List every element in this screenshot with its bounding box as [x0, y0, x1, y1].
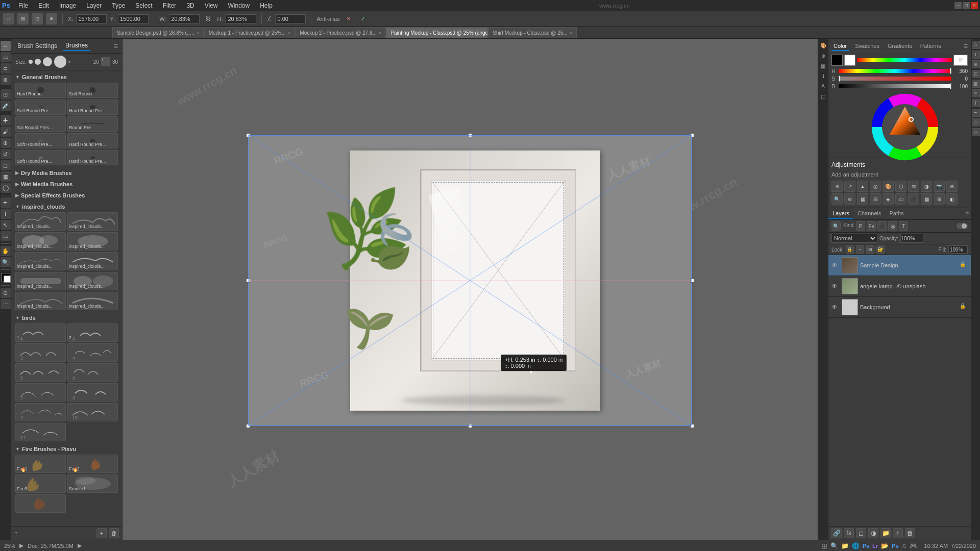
far-right-icon-8[interactable]: ✒: [972, 109, 980, 117]
taskbar-ps[interactable]: Ps: [863, 543, 869, 549]
tab-4[interactable]: Shirt Mockup - Class.psd @ 25... ×: [488, 27, 577, 38]
layer-item-background[interactable]: 👁 Background 🔒: [828, 297, 971, 318]
adj-selective[interactable]: ◈: [883, 193, 894, 205]
adj-color-balance[interactable]: ⚖: [908, 181, 919, 192]
adj-pattern[interactable]: ⊞: [934, 193, 945, 205]
close-button[interactable]: ×: [971, 2, 978, 9]
tab-2-close[interactable]: ×: [379, 31, 381, 36]
tab-0[interactable]: Sample Design.psd @ 26.8% (..… ×: [112, 27, 204, 38]
tool-icon-move[interactable]: ↔: [3, 13, 14, 24]
tool-zoom[interactable]: 🔍: [1, 257, 11, 267]
adj-channel-mixer[interactable]: ⊕: [946, 181, 958, 192]
adj-gradient-map[interactable]: ▭: [895, 193, 906, 205]
layer-visibility-2[interactable]: 👁: [831, 283, 840, 290]
brush-bird-11[interactable]: 11: [15, 423, 66, 441]
taskbar-search-icon[interactable]: 🔍: [830, 542, 838, 549]
handle-br[interactable]: [690, 424, 694, 428]
tool-stamp[interactable]: ⊕: [1, 138, 11, 148]
brush-soft-round-pre1[interactable]: Soft Round Pre...: [15, 99, 66, 115]
taskbar-spotify[interactable]: ♫: [902, 542, 906, 549]
h-input[interactable]: [226, 14, 256, 23]
brush-group-fire-header[interactable]: ▼ Fire Brushes - Pixvu: [13, 444, 120, 454]
filter-layers-icon[interactable]: 🔍: [831, 221, 841, 231]
w-input[interactable]: [169, 14, 200, 23]
adj-hue[interactable]: 🎨: [883, 181, 894, 192]
layers-group-button[interactable]: 📁: [880, 528, 891, 538]
taskbar-game[interactable]: 🎮: [910, 542, 917, 549]
brush-soft-round[interactable]: Soft Round: [67, 83, 118, 98]
layer-visibility-3[interactable]: 👁: [831, 304, 840, 311]
brush-fire2[interactable]: 🔥 Fire2: [67, 455, 118, 473]
brush-fire1[interactable]: 🔥 Fire1: [15, 455, 66, 473]
color-wheel[interactable]: [869, 91, 930, 153]
adj-invert[interactable]: ⊘: [844, 193, 855, 205]
lock-move-icon[interactable]: ↔: [856, 245, 864, 254]
brush-round-pre[interactable]: Round Pre: [67, 116, 118, 132]
brush-bird-6[interactable]: 6: [67, 363, 118, 382]
tool-icon-transform[interactable]: ⊞: [17, 13, 29, 24]
brush-group-clouds-header[interactable]: ▼ inspired_clouds: [13, 202, 120, 211]
tool-crop[interactable]: ⊡: [1, 89, 11, 99]
layer-options-1[interactable]: 🔒: [960, 261, 968, 269]
foreground-color[interactable]: [1, 273, 10, 282]
tool-brush[interactable]: 🖌: [1, 127, 11, 137]
filter-toggle-button[interactable]: [957, 223, 968, 229]
menu-help[interactable]: Help: [258, 1, 275, 10]
brush-cloud-10[interactable]: inspired_clouds...: [67, 292, 118, 310]
adj-exposure[interactable]: ◎: [870, 181, 881, 192]
tab-channels[interactable]: Channels: [853, 208, 885, 219]
h-slider[interactable]: [839, 69, 951, 73]
brush-cloud-4[interactable]: inspired_clouds...: [67, 232, 118, 251]
adj-posterize[interactable]: ▦: [857, 193, 868, 205]
menu-filter[interactable]: Filter: [161, 1, 179, 10]
handle-tc[interactable]: [468, 133, 472, 137]
opacity-input[interactable]: [900, 234, 923, 243]
far-right-icon-5[interactable]: ▦: [972, 80, 980, 88]
brush-hard-round-pre3[interactable]: Hard Round Pre...: [67, 150, 118, 165]
brush-smoke1[interactable]: Smoke1: [67, 474, 118, 493]
tool-eyedropper[interactable]: 💉: [1, 101, 11, 111]
rsb-color-icon[interactable]: 🎨: [819, 41, 828, 50]
adj-photo-filter[interactable]: 📷: [934, 181, 945, 192]
tool-history[interactable]: ↺: [1, 149, 11, 159]
brush-bird-2[interactable]: 2 2: [67, 323, 118, 342]
brush-cloud-2[interactable]: inspired_clouds...: [67, 212, 118, 231]
tab-color[interactable]: Color: [831, 42, 849, 51]
tab-swatches[interactable]: Swatches: [853, 42, 881, 51]
adj-gradient-fill[interactable]: ▦: [921, 193, 932, 205]
layers-adj-button[interactable]: ◑: [868, 528, 878, 538]
layer-filter-5[interactable]: T: [899, 221, 908, 231]
layer-item-sample-design[interactable]: 👁 Sample Design 🔒: [828, 255, 971, 276]
b-slider[interactable]: [839, 84, 951, 88]
lock-all-icon[interactable]: 🔐: [876, 245, 885, 254]
tool-heal[interactable]: ✚: [1, 115, 11, 126]
menu-view[interactable]: View: [203, 1, 220, 10]
tab-layers[interactable]: Layers: [828, 208, 853, 219]
tab-0-close[interactable]: ×: [197, 31, 199, 36]
brush-bird-10[interactable]: 10: [67, 403, 118, 421]
adj-bw[interactable]: ◑: [921, 181, 932, 192]
menu-select[interactable]: Select: [133, 1, 154, 10]
brush-soft-round-pre3[interactable]: Soft Round Pre...: [15, 150, 66, 165]
handle-tr[interactable]: [690, 133, 694, 137]
brush-group-birds-header[interactable]: ▼ birds: [13, 313, 120, 322]
layers-delete-button[interactable]: 🗑: [905, 528, 915, 538]
brush-cloud-8[interactable]: inspired_clouds...: [67, 272, 118, 290]
maximize-button[interactable]: □: [963, 2, 970, 9]
brush-bird-9[interactable]: 9: [15, 403, 66, 421]
brush-bird-1[interactable]: 1 1: [15, 323, 66, 342]
far-right-icon-4[interactable]: ⊡: [972, 70, 980, 78]
brush-bird-3[interactable]: 3: [15, 343, 66, 362]
commit-transform-button[interactable]: ✓: [357, 13, 369, 24]
taskbar-lr[interactable]: Lr: [872, 543, 878, 549]
layers-new-button[interactable]: +: [893, 528, 903, 538]
tool-path-select[interactable]: ↖: [1, 220, 11, 230]
layer-filter-4[interactable]: ◎: [888, 221, 897, 231]
menu-3d[interactable]: 3D: [184, 1, 196, 10]
brush-bird-7[interactable]: 7: [15, 383, 66, 402]
handle-bl[interactable]: [246, 424, 250, 428]
taskbar-file[interactable]: 📁: [841, 542, 849, 549]
tool-extra-2[interactable]: ⋯: [1, 299, 11, 309]
brush-group-special-header[interactable]: ▶ Special Effects Brushes: [13, 191, 120, 200]
far-right-icon-10[interactable]: ◎: [972, 128, 980, 136]
